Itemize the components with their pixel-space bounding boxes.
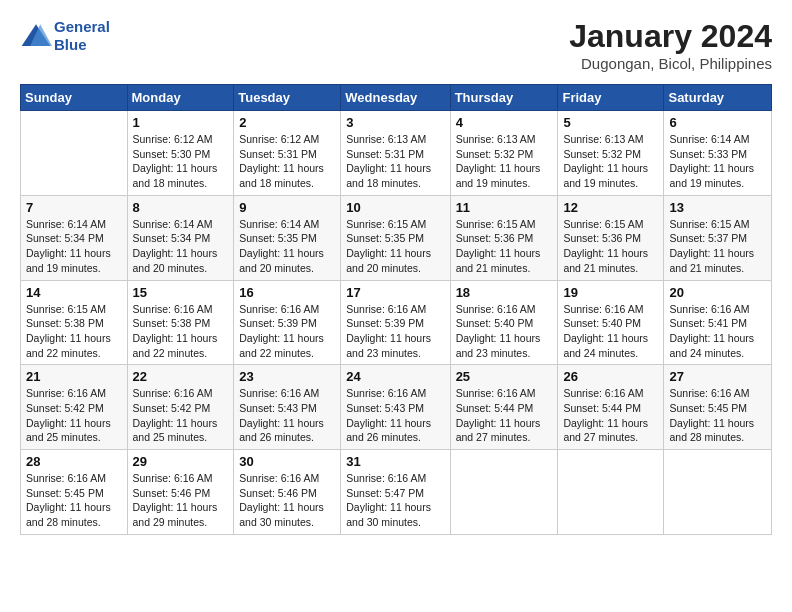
day-info: Sunrise: 6:16 AM Sunset: 5:47 PM Dayligh… <box>346 471 444 530</box>
day-number: 23 <box>239 369 335 384</box>
day-number: 1 <box>133 115 229 130</box>
day-cell: 5Sunrise: 6:13 AM Sunset: 5:32 PM Daylig… <box>558 111 664 196</box>
day-cell <box>450 450 558 535</box>
day-info: Sunrise: 6:16 AM Sunset: 5:45 PM Dayligh… <box>669 386 766 445</box>
col-friday: Friday <box>558 85 664 111</box>
day-info: Sunrise: 6:16 AM Sunset: 5:46 PM Dayligh… <box>133 471 229 530</box>
logo-blue: Blue <box>54 36 87 53</box>
calendar: Sunday Monday Tuesday Wednesday Thursday… <box>20 84 772 535</box>
day-info: Sunrise: 6:13 AM Sunset: 5:31 PM Dayligh… <box>346 132 444 191</box>
day-number: 6 <box>669 115 766 130</box>
logo-general: General <box>54 18 110 35</box>
day-number: 18 <box>456 285 553 300</box>
day-cell: 23Sunrise: 6:16 AM Sunset: 5:43 PM Dayli… <box>234 365 341 450</box>
day-cell: 24Sunrise: 6:16 AM Sunset: 5:43 PM Dayli… <box>341 365 450 450</box>
title-block: January 2024 Dugongan, Bicol, Philippine… <box>569 18 772 72</box>
day-cell: 22Sunrise: 6:16 AM Sunset: 5:42 PM Dayli… <box>127 365 234 450</box>
col-monday: Monday <box>127 85 234 111</box>
day-info: Sunrise: 6:13 AM Sunset: 5:32 PM Dayligh… <box>563 132 658 191</box>
day-info: Sunrise: 6:15 AM Sunset: 5:35 PM Dayligh… <box>346 217 444 276</box>
day-cell <box>558 450 664 535</box>
day-number: 12 <box>563 200 658 215</box>
logo-text: General Blue <box>54 18 110 54</box>
day-number: 19 <box>563 285 658 300</box>
day-info: Sunrise: 6:13 AM Sunset: 5:32 PM Dayligh… <box>456 132 553 191</box>
day-info: Sunrise: 6:12 AM Sunset: 5:31 PM Dayligh… <box>239 132 335 191</box>
day-number: 22 <box>133 369 229 384</box>
day-number: 7 <box>26 200 122 215</box>
day-info: Sunrise: 6:16 AM Sunset: 5:41 PM Dayligh… <box>669 302 766 361</box>
day-number: 26 <box>563 369 658 384</box>
day-number: 3 <box>346 115 444 130</box>
day-cell: 8Sunrise: 6:14 AM Sunset: 5:34 PM Daylig… <box>127 195 234 280</box>
col-thursday: Thursday <box>450 85 558 111</box>
page: General Blue January 2024 Dugongan, Bico… <box>0 0 792 545</box>
day-info: Sunrise: 6:16 AM Sunset: 5:44 PM Dayligh… <box>456 386 553 445</box>
day-cell: 19Sunrise: 6:16 AM Sunset: 5:40 PM Dayli… <box>558 280 664 365</box>
day-info: Sunrise: 6:16 AM Sunset: 5:38 PM Dayligh… <box>133 302 229 361</box>
day-info: Sunrise: 6:14 AM Sunset: 5:35 PM Dayligh… <box>239 217 335 276</box>
day-number: 30 <box>239 454 335 469</box>
day-cell: 7Sunrise: 6:14 AM Sunset: 5:34 PM Daylig… <box>21 195 128 280</box>
day-number: 10 <box>346 200 444 215</box>
day-number: 11 <box>456 200 553 215</box>
col-saturday: Saturday <box>664 85 772 111</box>
day-info: Sunrise: 6:14 AM Sunset: 5:34 PM Dayligh… <box>26 217 122 276</box>
day-number: 29 <box>133 454 229 469</box>
day-cell <box>664 450 772 535</box>
day-cell: 14Sunrise: 6:15 AM Sunset: 5:38 PM Dayli… <box>21 280 128 365</box>
day-info: Sunrise: 6:16 AM Sunset: 5:43 PM Dayligh… <box>346 386 444 445</box>
day-number: 4 <box>456 115 553 130</box>
day-info: Sunrise: 6:16 AM Sunset: 5:43 PM Dayligh… <box>239 386 335 445</box>
day-cell: 18Sunrise: 6:16 AM Sunset: 5:40 PM Dayli… <box>450 280 558 365</box>
day-cell: 9Sunrise: 6:14 AM Sunset: 5:35 PM Daylig… <box>234 195 341 280</box>
main-title: January 2024 <box>569 18 772 55</box>
day-number: 21 <box>26 369 122 384</box>
day-info: Sunrise: 6:16 AM Sunset: 5:44 PM Dayligh… <box>563 386 658 445</box>
day-cell: 15Sunrise: 6:16 AM Sunset: 5:38 PM Dayli… <box>127 280 234 365</box>
day-cell: 13Sunrise: 6:15 AM Sunset: 5:37 PM Dayli… <box>664 195 772 280</box>
day-number: 15 <box>133 285 229 300</box>
col-wednesday: Wednesday <box>341 85 450 111</box>
week-row-5: 28Sunrise: 6:16 AM Sunset: 5:45 PM Dayli… <box>21 450 772 535</box>
day-number: 9 <box>239 200 335 215</box>
day-number: 8 <box>133 200 229 215</box>
day-number: 16 <box>239 285 335 300</box>
day-info: Sunrise: 6:14 AM Sunset: 5:33 PM Dayligh… <box>669 132 766 191</box>
day-cell: 29Sunrise: 6:16 AM Sunset: 5:46 PM Dayli… <box>127 450 234 535</box>
day-cell: 27Sunrise: 6:16 AM Sunset: 5:45 PM Dayli… <box>664 365 772 450</box>
week-row-2: 7Sunrise: 6:14 AM Sunset: 5:34 PM Daylig… <box>21 195 772 280</box>
day-info: Sunrise: 6:16 AM Sunset: 5:46 PM Dayligh… <box>239 471 335 530</box>
day-info: Sunrise: 6:16 AM Sunset: 5:40 PM Dayligh… <box>456 302 553 361</box>
day-info: Sunrise: 6:16 AM Sunset: 5:39 PM Dayligh… <box>346 302 444 361</box>
day-cell: 16Sunrise: 6:16 AM Sunset: 5:39 PM Dayli… <box>234 280 341 365</box>
day-number: 28 <box>26 454 122 469</box>
logo-icon <box>20 22 52 50</box>
day-number: 5 <box>563 115 658 130</box>
col-tuesday: Tuesday <box>234 85 341 111</box>
day-cell: 30Sunrise: 6:16 AM Sunset: 5:46 PM Dayli… <box>234 450 341 535</box>
day-info: Sunrise: 6:15 AM Sunset: 5:36 PM Dayligh… <box>456 217 553 276</box>
day-cell: 17Sunrise: 6:16 AM Sunset: 5:39 PM Dayli… <box>341 280 450 365</box>
week-row-1: 1Sunrise: 6:12 AM Sunset: 5:30 PM Daylig… <box>21 111 772 196</box>
day-cell: 21Sunrise: 6:16 AM Sunset: 5:42 PM Dayli… <box>21 365 128 450</box>
day-number: 14 <box>26 285 122 300</box>
day-number: 17 <box>346 285 444 300</box>
day-number: 31 <box>346 454 444 469</box>
day-info: Sunrise: 6:12 AM Sunset: 5:30 PM Dayligh… <box>133 132 229 191</box>
day-number: 27 <box>669 369 766 384</box>
day-cell: 4Sunrise: 6:13 AM Sunset: 5:32 PM Daylig… <box>450 111 558 196</box>
day-info: Sunrise: 6:16 AM Sunset: 5:45 PM Dayligh… <box>26 471 122 530</box>
day-number: 13 <box>669 200 766 215</box>
day-cell: 28Sunrise: 6:16 AM Sunset: 5:45 PM Dayli… <box>21 450 128 535</box>
week-row-3: 14Sunrise: 6:15 AM Sunset: 5:38 PM Dayli… <box>21 280 772 365</box>
day-cell: 3Sunrise: 6:13 AM Sunset: 5:31 PM Daylig… <box>341 111 450 196</box>
day-cell: 31Sunrise: 6:16 AM Sunset: 5:47 PM Dayli… <box>341 450 450 535</box>
day-cell: 25Sunrise: 6:16 AM Sunset: 5:44 PM Dayli… <box>450 365 558 450</box>
week-row-4: 21Sunrise: 6:16 AM Sunset: 5:42 PM Dayli… <box>21 365 772 450</box>
day-info: Sunrise: 6:16 AM Sunset: 5:39 PM Dayligh… <box>239 302 335 361</box>
day-cell: 2Sunrise: 6:12 AM Sunset: 5:31 PM Daylig… <box>234 111 341 196</box>
col-sunday: Sunday <box>21 85 128 111</box>
day-info: Sunrise: 6:15 AM Sunset: 5:36 PM Dayligh… <box>563 217 658 276</box>
day-cell <box>21 111 128 196</box>
